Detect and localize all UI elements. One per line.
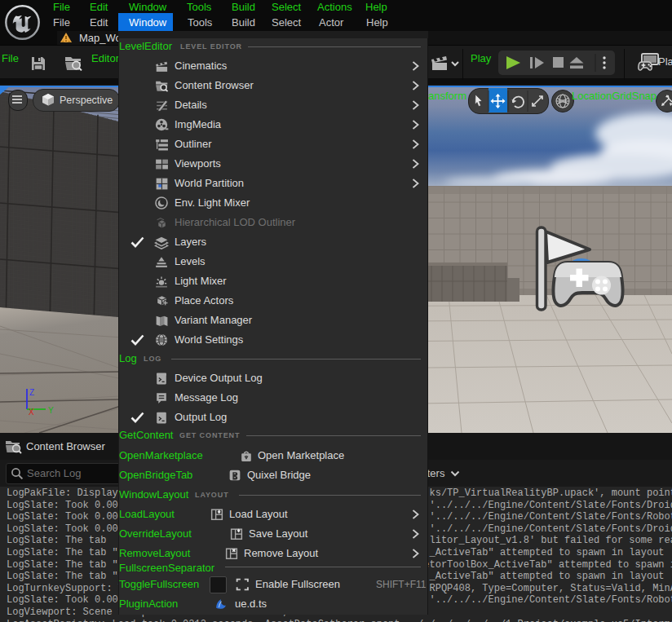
svg-text:X: X (29, 408, 34, 417)
svg-text:Z: Z (29, 388, 34, 397)
svg-text:Y: Y (48, 406, 54, 415)
